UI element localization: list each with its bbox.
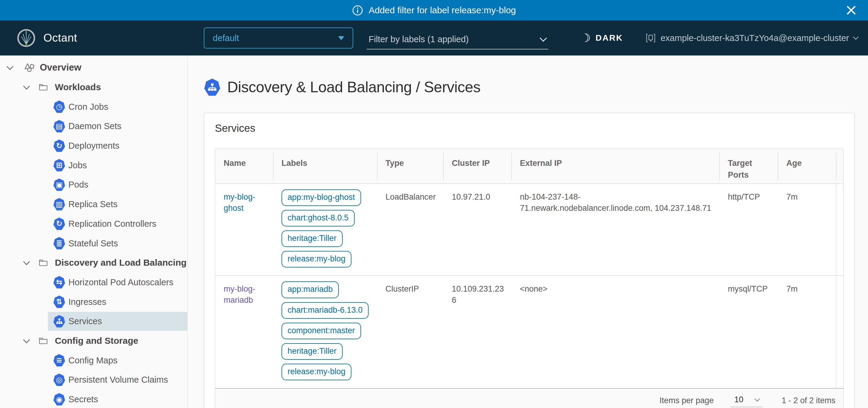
label-pill[interactable]: component:master (281, 323, 361, 339)
sidebar-item-deployments[interactable]: ↻Deployments (0, 136, 187, 155)
app-title: Octant (43, 32, 77, 44)
sidebar-item-overview[interactable]: Overview (0, 58, 187, 78)
sidebar-item-label: Jobs (68, 160, 87, 170)
column-header-external-ip: External IP (512, 149, 719, 184)
sidebar-item-replica-sets[interactable]: ▥Replica Sets (0, 195, 187, 214)
horizontal-pod-autoscalers-icon: ⇆ (53, 276, 65, 289)
sidebar: Overview Workloads◷Cron Jobs▤Daemon Sets… (0, 56, 187, 408)
label-pill[interactable]: chart:ghost-8.0.5 (281, 210, 355, 227)
chevron-down-icon[interactable] (23, 83, 30, 90)
sidebar-item-daemon-sets[interactable]: ▤Daemon Sets (0, 116, 187, 136)
services-icon (53, 315, 65, 327)
sidebar-item-label: Services (68, 316, 102, 326)
service-link[interactable]: my-blog-ghost (224, 193, 255, 212)
sidebar-item-pods[interactable]: ▣Pods (0, 175, 187, 195)
label-filter-text: Filter by labels (1 applied) (369, 34, 469, 44)
service-link[interactable]: my-blog-mariadb (224, 284, 255, 304)
namespace-value: default (213, 33, 239, 43)
close-icon[interactable]: × (844, 2, 858, 18)
page-size-select[interactable]: 10 (731, 395, 762, 407)
label-pill[interactable]: app:mariadb (281, 281, 339, 298)
column-header-cluster-ip: Cluster IP (443, 149, 512, 184)
column-header-type: Type (377, 149, 443, 184)
sidebar-item-label: Daemon Sets (68, 121, 121, 131)
card-title: Services (215, 122, 844, 134)
sidebar-item-jobs[interactable]: ⊞Jobs (0, 155, 187, 175)
theme-toggle-label: DARK (595, 33, 623, 43)
sidebar-item-config-maps[interactable]: ≡Config Maps (0, 350, 187, 370)
page-title-row: Discovery & Load Balancing / Services (204, 79, 868, 96)
page-title: Discovery & Load Balancing / Services (227, 79, 480, 96)
cluster-name: example-cluster-ka3TuTzYo4a@example-clus… (661, 33, 849, 43)
sidebar-item-persistent-volume-claims[interactable]: ◎Persistent Volume Claims (0, 370, 187, 389)
label-pill[interactable]: heritage:Tiller (281, 230, 343, 247)
services-table: NameLabelsTypeCluster IPExternal IPTarge… (215, 149, 844, 408)
age-cell: 7m (778, 184, 836, 275)
name-cell: my-blog-ghost (215, 184, 273, 275)
alert-banner: Added filter for label release:my-blog × (0, 0, 868, 21)
sidebar-item-replication-controllers[interactable]: ↻Replication Controllers (0, 214, 187, 234)
sidebar-item-services[interactable]: Services (0, 312, 187, 331)
replication-controllers-icon: ↻ (53, 217, 65, 230)
sidebar-item-workloads[interactable]: Workloads (0, 78, 187, 97)
sidebar-item-label: Horizontal Pod Autoscalers (68, 277, 173, 287)
column-header-target-ports: Target Ports (719, 149, 778, 184)
label-pill[interactable]: chart:mariadb-6.13.0 (281, 302, 369, 319)
applications-icon (24, 61, 36, 74)
cluster-switcher[interactable]: example-cluster-ka3TuTzYo4a@example-clus… (646, 21, 858, 56)
sidebar-item-config-and-storage[interactable]: Config and Storage (0, 331, 187, 351)
replica-sets-icon: ▥ (53, 198, 65, 210)
sidebar-item-label: Replica Sets (68, 199, 118, 209)
theme-toggle[interactable]: ☾ DARK (581, 21, 623, 56)
info-icon (352, 5, 363, 16)
sidebar-item-label: Deployments (68, 141, 119, 151)
label-pill-list: app:mariadbchart:mariadb-6.13.0component… (281, 281, 370, 380)
table-row: my-blog-mariadbapp:mariadbchart:mariadb-… (215, 275, 844, 388)
chevron-down-icon[interactable] (23, 258, 30, 265)
sidebar-item-cron-jobs[interactable]: ◷Cron Jobs (0, 97, 187, 116)
pods-icon: ▣ (53, 178, 65, 191)
moon-icon: ☾ (581, 31, 591, 45)
external-ip-cell: <none> (512, 275, 719, 388)
sidebar-item-secrets[interactable]: ◉Secrets (0, 389, 187, 408)
sidebar-item-stateful-sets[interactable]: ≣Stateful Sets (0, 233, 187, 253)
sidebar-item-label: Replication Controllers (68, 218, 156, 229)
label-pill[interactable]: app:my-blog-ghost (281, 190, 361, 206)
chevron-down-icon (853, 34, 858, 39)
cluster-icon (646, 33, 656, 43)
sidebar-item-label: Overview (40, 62, 82, 73)
sidebar-item-label: Persistent Volume Claims (68, 375, 168, 385)
services-card: Services NameLabelsTypeCluster IPExterna… (204, 113, 855, 408)
label-pill-list: app:my-blog-ghostchart:ghost-8.0.5herita… (281, 190, 370, 267)
folder-icon (38, 258, 49, 268)
sidebar-item-label: Secrets (68, 395, 98, 404)
secrets-icon: ◉ (53, 393, 65, 406)
label-filter-dropdown[interactable]: Filter by labels (1 applied) (367, 31, 548, 50)
sidebar-item-discovery-and-load-balancing[interactable]: Discovery and Load Balancing (0, 253, 187, 272)
chevron-down-icon (539, 34, 547, 41)
column-header-age: Age (778, 149, 836, 184)
main-content: Discovery & Load Balancing / Services Se… (187, 56, 868, 408)
column-header-labels: Labels (273, 149, 377, 184)
chevron-down-icon[interactable] (7, 63, 13, 70)
sidebar-item-label: Config Maps (68, 355, 118, 365)
services-icon (204, 79, 221, 96)
folder-icon (38, 82, 49, 93)
sidebar-item-label: Pods (68, 180, 88, 190)
sidebar-item-label: Cron Jobs (68, 101, 108, 112)
label-pill[interactable]: release:my-blog (281, 364, 351, 380)
label-pill[interactable]: heritage:Tiller (281, 343, 343, 360)
namespace-select[interactable]: default (204, 27, 353, 49)
sidebar-item-horizontal-pod-autoscalers[interactable]: ⇆Horizontal Pod Autoscalers (0, 272, 187, 292)
sidebar-item-ingresses[interactable]: ⇅Ingresses (0, 292, 187, 312)
app-header: Octant default Filter by labels (1 appli… (0, 21, 868, 56)
label-pill[interactable]: release:my-blog (281, 251, 351, 267)
type-cell: LoadBalancer (377, 184, 443, 275)
cluster-ip-cell: 10.109.231.236 (443, 275, 512, 388)
target-ports-cell: mysql/TCP (719, 275, 778, 388)
persistent-volume-claims-icon: ◎ (53, 373, 65, 386)
alert-message: Added filter for label release:my-blog (369, 5, 516, 16)
chevron-down-icon[interactable] (23, 337, 30, 344)
target-ports-cell: http/TCP (719, 184, 778, 275)
row-spacer-cell (836, 275, 844, 388)
